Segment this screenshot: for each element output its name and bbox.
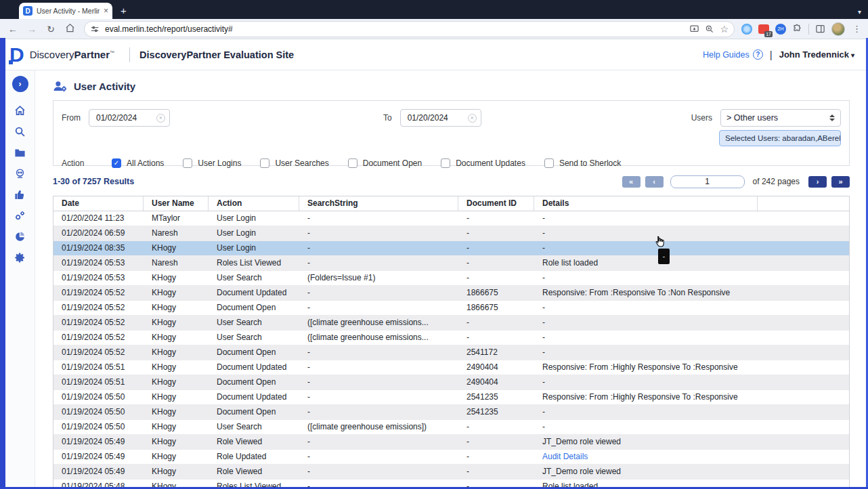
header-pipe: | xyxy=(770,49,773,60)
to-clear-icon[interactable]: × xyxy=(468,114,477,123)
cell-action: Roles List Viewed xyxy=(209,256,299,270)
url-bar[interactable]: eval.merlin.tech/report/useractivity# ☆ xyxy=(84,21,735,37)
cell-date: 01/19/2024 05:53 xyxy=(53,256,144,270)
cell-date: 01/20/2024 06:59 xyxy=(53,226,144,240)
from-clear-icon[interactable]: × xyxy=(156,114,165,123)
new-tab-icon[interactable]: + xyxy=(121,5,127,16)
install-icon[interactable] xyxy=(689,24,699,34)
extension-icon-round[interactable]: 2H xyxy=(775,24,786,35)
page-number-input[interactable]: 1 xyxy=(670,175,745,188)
zoom-icon[interactable] xyxy=(705,24,714,34)
selected-users-button[interactable]: Selected Users: abaradan,ABereki,... xyxy=(719,130,841,146)
cell-empty xyxy=(758,241,849,255)
cell-action: Document Updated xyxy=(209,360,299,375)
url-text[interactable]: eval.merlin.tech/report/useractivity# xyxy=(105,24,684,34)
cell-empty xyxy=(758,465,849,479)
sidebar-expand-button[interactable]: › xyxy=(12,76,28,92)
cell-docid: - xyxy=(458,450,534,464)
col-header-user[interactable]: User Name xyxy=(144,196,209,211)
browser-menu-icon[interactable]: ⋮ xyxy=(851,24,863,34)
cell-docid: 2490404 xyxy=(458,375,534,389)
table-row[interactable]: 01/19/2024 05:49KHogyRole Viewed--JT_Dem… xyxy=(53,435,849,450)
col-header-docid[interactable]: Document ID xyxy=(458,196,534,211)
tab-close-icon[interactable]: × xyxy=(104,6,108,16)
action-checkbox-send-to-sherlock[interactable]: Send to Sherlock xyxy=(544,158,621,168)
table-row[interactable]: 01/19/2024 08:35KHogyUser Login--- xyxy=(53,241,849,256)
table-row[interactable]: 01/19/2024 05:49KHogyRole Viewed--JT_Dem… xyxy=(53,465,849,480)
checkbox-icon[interactable] xyxy=(348,158,357,168)
checkbox-icon[interactable] xyxy=(441,158,450,168)
help-guides-link[interactable]: Help Guides ? xyxy=(703,49,763,60)
cell-details: - xyxy=(534,375,758,389)
to-date-input[interactable]: 01/20/2024 × xyxy=(400,109,481,127)
home-icon[interactable] xyxy=(62,23,77,35)
sidebar-folders-icon[interactable] xyxy=(14,146,27,159)
table-row[interactable]: 01/19/2024 05:50KHogyDocument Open-25412… xyxy=(53,405,849,420)
extension-icon-blue[interactable] xyxy=(741,24,752,35)
cell-user: MTaylor xyxy=(144,211,209,226)
table-row[interactable]: 01/19/2024 05:53NareshRoles List Viewed-… xyxy=(53,256,849,271)
forward-icon[interactable]: → xyxy=(24,24,39,35)
action-checkbox-user-logins[interactable]: User Logins xyxy=(183,158,241,168)
cell-search: - xyxy=(299,435,458,449)
cell-action: Role Viewed xyxy=(209,465,299,479)
checkbox-icon[interactable] xyxy=(183,158,192,168)
table-row[interactable]: 01/19/2024 05:50KHogyDocument Updated-25… xyxy=(53,390,849,405)
table-row[interactable]: 01/19/2024 05:50KHogyUser Search([climat… xyxy=(53,420,849,435)
audit-details-link[interactable]: Audit Details xyxy=(542,452,588,461)
col-header-empty xyxy=(758,196,849,211)
action-checkbox-document-updates[interactable]: Document Updates xyxy=(441,158,525,168)
table-row[interactable]: 01/19/2024 05:49KHogyRole Updated--Audit… xyxy=(53,450,849,465)
table-row[interactable]: 01/19/2024 05:52KHogyDocument Open-18666… xyxy=(53,301,849,316)
tab-list-chevron-icon[interactable]: ▾ xyxy=(858,8,861,16)
checkbox-icon[interactable] xyxy=(260,158,269,168)
bookmark-star-icon[interactable]: ☆ xyxy=(720,24,729,35)
col-header-details[interactable]: Details xyxy=(534,196,758,211)
col-header-search[interactable]: SearchString xyxy=(299,196,458,211)
users-select[interactable]: > Other users xyxy=(720,109,841,127)
side-panel-icon[interactable] xyxy=(815,24,825,34)
cell-date: 01/20/2024 11:23 xyxy=(53,211,144,226)
extensions-puzzle-icon[interactable] xyxy=(792,24,802,34)
first-page-button[interactable]: « xyxy=(622,176,641,188)
back-icon[interactable]: ← xyxy=(5,24,20,35)
table-row[interactable]: 01/19/2024 05:51KHogyDocument Updated-24… xyxy=(53,360,849,375)
next-page-button[interactable]: › xyxy=(808,176,827,188)
action-checkbox-all-actions[interactable]: ✓All Actions xyxy=(112,158,164,168)
table-row[interactable]: 01/19/2024 05:51KHogyDocument Open-24904… xyxy=(53,375,849,390)
col-header-action[interactable]: Action xyxy=(209,196,299,211)
sidebar-sherlock-icon[interactable] xyxy=(14,167,27,180)
table-row[interactable]: 01/20/2024 06:59NareshUser Login--- xyxy=(53,226,849,241)
last-page-button[interactable]: » xyxy=(831,176,850,188)
sidebar-gears-icon[interactable] xyxy=(14,209,27,222)
table-row[interactable]: 01/19/2024 05:52KHogyDocument Open-25411… xyxy=(53,345,849,360)
user-account-menu[interactable]: John Tredennick▾ xyxy=(779,49,854,60)
cell-action: User Search xyxy=(209,271,299,285)
extension-icon-red[interactable]: 17 xyxy=(758,24,769,34)
checkbox-icon[interactable] xyxy=(544,158,554,168)
browser-tab[interactable]: D User Activity - Merlin IS × xyxy=(19,3,112,19)
action-checkbox-document-open[interactable]: Document Open xyxy=(348,158,422,168)
sidebar-search-icon[interactable] xyxy=(14,125,27,138)
from-date-input[interactable]: 01/02/2024 × xyxy=(89,109,170,127)
sidebar-home-icon[interactable] xyxy=(14,104,27,117)
profile-avatar[interactable] xyxy=(831,22,845,36)
col-header-date[interactable]: Date xyxy=(53,196,144,211)
cell-empty xyxy=(758,345,849,360)
sidebar-pie-chart-icon[interactable] xyxy=(14,230,27,243)
table-row[interactable]: 01/19/2024 05:52KHogyDocument Updated-18… xyxy=(53,286,849,301)
table-row[interactable]: 01/19/2024 05:52KHogyUser Search([climat… xyxy=(53,316,849,331)
cell-empty xyxy=(758,226,849,240)
action-checkbox-user-searches[interactable]: User Searches xyxy=(260,158,328,168)
cell-details: - xyxy=(534,271,758,285)
table-row[interactable]: 01/19/2024 05:52KHogyUser Search([climat… xyxy=(53,331,849,345)
page-title: User Activity xyxy=(74,81,135,92)
site-settings-icon[interactable] xyxy=(90,24,100,34)
sidebar-settings-icon[interactable] xyxy=(14,251,27,264)
reload-icon[interactable]: ↻ xyxy=(43,24,58,35)
sidebar-thumbs-up-icon[interactable] xyxy=(14,188,27,201)
checkbox-icon[interactable]: ✓ xyxy=(112,158,121,168)
prev-page-button[interactable]: ‹ xyxy=(645,176,664,188)
table-row[interactable]: 01/20/2024 11:23MTaylorUser Login--- xyxy=(53,211,849,226)
table-row[interactable]: 01/19/2024 05:53KHogyUser Search(Folders… xyxy=(53,271,849,286)
